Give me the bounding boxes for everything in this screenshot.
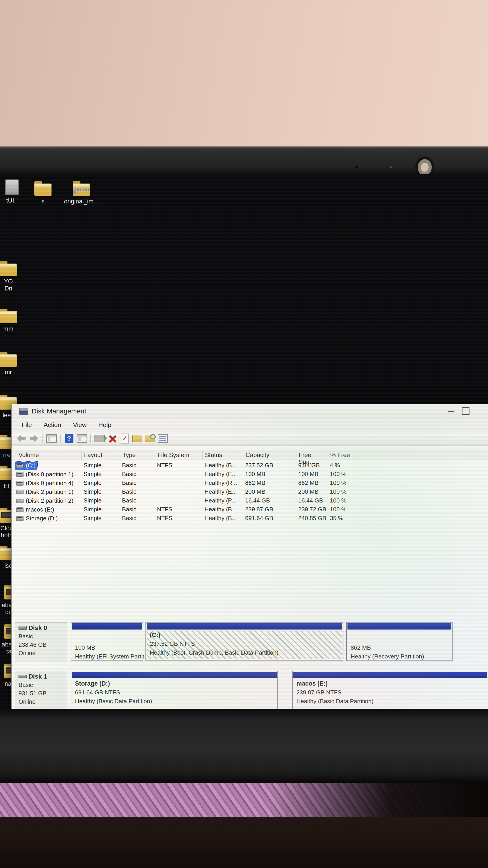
table-row[interactable]: (C:)SimpleBasicNTFSHealthy (B...237.52 G… bbox=[12, 461, 488, 470]
action-pane-icon[interactable] bbox=[76, 434, 88, 443]
partition-box[interactable]: 100 MBHealthy (EFI System Partit bbox=[71, 622, 143, 661]
partition-status: Healthy (Basic Data Partition) bbox=[75, 698, 277, 705]
table-row[interactable]: macos (E:)SimpleBasicNTFSHealthy (B...23… bbox=[12, 505, 488, 514]
column-header-Volume[interactable]: Volume bbox=[16, 451, 82, 460]
toolbar-separator bbox=[90, 434, 91, 443]
search-folder-icon bbox=[145, 435, 155, 442]
table-row[interactable]: (Disk 2 partition 1)SimpleBasicHealthy (… bbox=[12, 487, 488, 496]
column-header-Free Spa...[interactable]: Free Spa... bbox=[296, 451, 328, 460]
cell-type: Basic bbox=[122, 515, 136, 522]
menu-bar: FileActionViewHelp bbox=[12, 418, 488, 431]
disk-size: 238.46 GB bbox=[19, 641, 67, 648]
zip-folder-icon bbox=[72, 180, 91, 196]
volume-name: macos (E:) bbox=[26, 506, 54, 513]
partition-box[interactable]: Storage (D:)691.64 GB NTFSHealthy (Basic… bbox=[71, 671, 278, 709]
microphone-dot bbox=[390, 166, 392, 168]
minimize-icon[interactable] bbox=[448, 411, 454, 412]
folder-icon bbox=[0, 307, 18, 324]
cell-capacity: 237.52 GB bbox=[245, 462, 273, 469]
desktop-icon-yo-dri[interactable]: YO Dri bbox=[0, 260, 28, 292]
cell-type: Basic bbox=[122, 497, 136, 504]
cell-status: Healthy (B... bbox=[204, 506, 237, 513]
partition-box[interactable]: (C:)237.52 GB NTFSHealthy (Boot, Crash D… bbox=[145, 622, 344, 661]
cell-pct: 100 % bbox=[330, 506, 347, 513]
disk-row-disk-1: Disk 1Basic931.51 GBOnlineStorage (D:)69… bbox=[12, 671, 488, 709]
volume-icon bbox=[16, 507, 24, 512]
menu-item-help[interactable]: Help bbox=[92, 420, 117, 430]
properties-icon[interactable] bbox=[157, 434, 168, 443]
desktop-icon-mm[interactable]: mm bbox=[0, 307, 28, 333]
partition-body: macos (E:)239.87 GB NTFSHealthy (Basic D… bbox=[293, 679, 487, 708]
back-icon[interactable] bbox=[15, 434, 27, 443]
table-row[interactable]: (Disk 0 partition 1)SimpleBasicHealthy (… bbox=[12, 470, 488, 478]
cell-volume: macos (E:) bbox=[15, 506, 56, 514]
wall-background bbox=[0, 0, 488, 147]
help-icon: ? bbox=[65, 434, 73, 443]
menu-item-file[interactable]: File bbox=[16, 420, 38, 430]
column-header-% Free[interactable]: % Free bbox=[328, 451, 354, 460]
menu-item-view[interactable]: View bbox=[67, 420, 92, 430]
volume-label[interactable]: macos (E:) bbox=[15, 506, 56, 514]
primary-partition-bar bbox=[348, 623, 451, 629]
console-tree-icon[interactable] bbox=[46, 434, 57, 443]
search-folder-icon[interactable] bbox=[144, 434, 156, 443]
disk-management-icon bbox=[20, 407, 28, 415]
cell-type: Basic bbox=[122, 488, 136, 495]
volume-label[interactable]: Storage (D:) bbox=[15, 515, 60, 523]
column-header-filler[interactable] bbox=[354, 451, 488, 460]
volume-label[interactable]: (Disk 0 partition 1) bbox=[15, 471, 75, 478]
laptop-top-bezel bbox=[0, 147, 488, 174]
cell-layout: Simple bbox=[84, 471, 101, 477]
cell-capacity: 16.44 GB bbox=[245, 497, 270, 504]
desktop-icon-mr[interactable]: mr bbox=[0, 351, 28, 376]
column-header-Status[interactable]: Status bbox=[203, 451, 243, 460]
volume-label[interactable]: (Disk 0 partition 4) bbox=[15, 479, 75, 487]
volume-label[interactable]: (Disk 2 partition 1) bbox=[15, 488, 75, 496]
window-titlebar[interactable]: Disk Management bbox=[12, 404, 488, 418]
partition-box[interactable]: macos (E:)239.87 GB NTFSHealthy (Basic D… bbox=[292, 671, 488, 709]
check-volume-icon[interactable] bbox=[119, 434, 130, 443]
folder-icon bbox=[33, 180, 53, 196]
desktop-icon-label: mm bbox=[0, 326, 28, 333]
cell-type: Basic bbox=[122, 462, 136, 469]
table-row[interactable]: (Disk 2 partition 2)SimpleBasicHealthy (… bbox=[12, 496, 488, 505]
forward-icon bbox=[30, 435, 38, 442]
column-header-Layout[interactable]: Layout bbox=[82, 451, 120, 460]
volume-label[interactable]: (Disk 2 partition 2) bbox=[15, 497, 75, 505]
open-folder-up-icon bbox=[132, 435, 142, 442]
disk-header[interactable]: Disk 1Basic931.51 GBOnline bbox=[15, 671, 67, 709]
selected-volume[interactable]: (C:) bbox=[15, 462, 37, 470]
table-row[interactable]: Storage (D:)SimpleBasicNTFSHealthy (B...… bbox=[12, 514, 488, 523]
cell-capacity: 200 MB bbox=[245, 488, 265, 495]
cell-volume: Storage (D:) bbox=[15, 515, 60, 523]
gray-app-icon bbox=[1, 179, 20, 195]
cell-status: Healthy (B... bbox=[204, 515, 237, 522]
open-folder-up-icon[interactable] bbox=[132, 434, 143, 443]
menu-item-action[interactable]: Action bbox=[38, 420, 67, 430]
cell-volume: (Disk 0 partition 1) bbox=[15, 471, 75, 478]
delete-volume-icon[interactable] bbox=[106, 434, 118, 443]
desktop-icon-original-im-[interactable]: original_im... bbox=[62, 180, 101, 205]
forward-icon[interactable] bbox=[28, 434, 39, 443]
desk-surface bbox=[0, 783, 488, 868]
column-header-Type[interactable]: Type bbox=[120, 451, 155, 460]
maximize-icon[interactable] bbox=[462, 407, 469, 415]
column-header-File System[interactable]: File System bbox=[155, 451, 203, 460]
photo-of-laptop: tUIsoriginal_im...YO DrimmmrleeerresEFIC… bbox=[0, 0, 488, 868]
volume-icon bbox=[16, 463, 24, 468]
disk-row-disk-0: Disk 0Basic238.46 GBOnline100 MBHealthy … bbox=[12, 622, 488, 662]
partition-box[interactable]: 862 MBHealthy (Recovery Partition) bbox=[346, 622, 453, 661]
table-row[interactable]: (Disk 0 partition 4)SimpleBasicHealthy (… bbox=[12, 478, 488, 487]
disk-name: Disk 0 bbox=[19, 624, 67, 631]
laptop-bottom-bezel: MONSTER bbox=[0, 709, 488, 783]
column-header-Capacity[interactable]: Capacity bbox=[243, 451, 296, 460]
desktop-icon-s[interactable]: s bbox=[24, 180, 62, 205]
primary-partition-bar bbox=[72, 672, 277, 678]
cell-free: 240.85 GB bbox=[298, 515, 326, 522]
desktop-icon-label: original_im... bbox=[62, 198, 101, 205]
disk-header[interactable]: Disk 0Basic238.46 GBOnline bbox=[15, 622, 67, 662]
device-view-icon[interactable] bbox=[94, 434, 105, 443]
disk-state: Online bbox=[19, 698, 67, 705]
help-icon[interactable]: ? bbox=[64, 434, 75, 443]
partition-name: (C:) bbox=[150, 631, 342, 639]
